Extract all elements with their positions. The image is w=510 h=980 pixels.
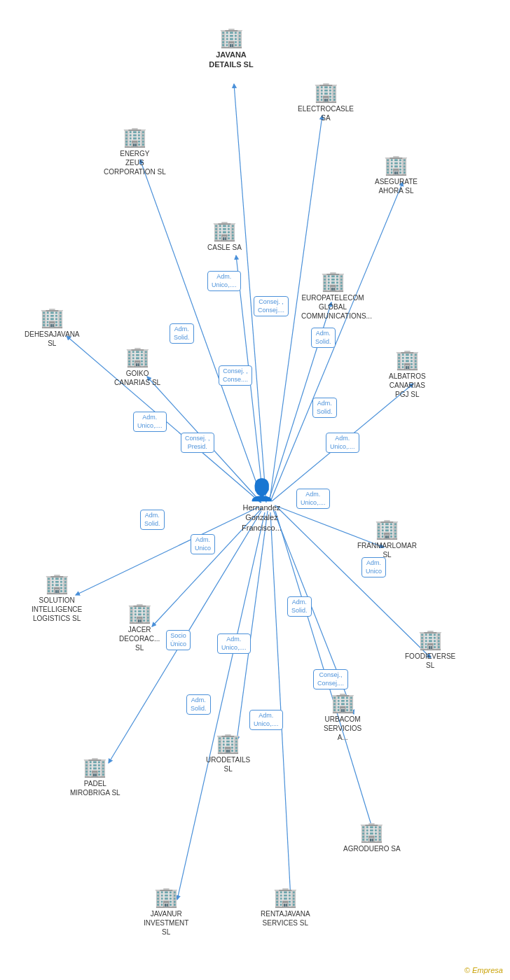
role-adm-solid-mid-right[interactable]: Adm.Solid. [287, 596, 312, 617]
svg-line-0 [234, 84, 266, 503]
building-icon-casle: 🏢 [212, 221, 237, 241]
building-icon-franmarlomar: 🏢 [375, 519, 399, 539]
role-adm-unico-person-bl[interactable]: Adm.Unico [191, 534, 215, 554]
role-consej-urbacom[interactable]: Consej.,Consej.... [313, 669, 348, 690]
role-adm-solid-euro[interactable]: Adm.Solid. [311, 328, 336, 348]
label-foodieverse: FOODIEVERSESL [405, 652, 455, 670]
label-urodetails: URODETAILSSL [206, 755, 250, 774]
node-franmarlomar[interactable]: 🏢 FRANMARLOMARSL [357, 519, 417, 559]
node-javanur[interactable]: 🏢 JAVANURINVESTMENTSL [144, 888, 188, 937]
building-icon-foodieverse: 🏢 [418, 630, 443, 650]
role-socio-unico-jacer[interactable]: SocioÚnico [166, 630, 191, 650]
node-asegurate[interactable]: 🏢 ASEGURATEAHORA SL [375, 155, 418, 195]
node-energy-zeus[interactable]: 🏢 ENERGYZEUSCORPORATION SL [104, 127, 166, 176]
node-electrocasle[interactable]: 🏢 ELECTROCASLE SA [294, 83, 357, 122]
role-adm-unico-goiko[interactable]: Adm.Unico,.... [133, 412, 167, 432]
label-agroduero: AGRODUERO SA [343, 844, 401, 853]
person-icon: 👤 [249, 479, 275, 500]
node-casle[interactable]: 🏢 CASLE SA [207, 221, 242, 252]
role-consej-casle[interactable]: Consej. ,Consej.... [254, 296, 289, 316]
node-solution[interactable]: 🏢 SOLUTIONINTELLIGENCELOGISTICS SL [32, 574, 82, 623]
label-goiko: GOIKOCANARIAS SL [114, 369, 160, 387]
label-electrocasle: ELECTROCASLE SA [294, 104, 357, 122]
building-icon-solution: 🏢 [45, 574, 69, 594]
role-adm-unico-uro-left[interactable]: Adm.Unico,.... [217, 634, 251, 654]
role-adm-solid-left1[interactable]: Adm.Solid. [170, 323, 194, 344]
role-consej-presid[interactable]: Consej. ,Presid. [181, 433, 214, 453]
label-urbacom: URBACOMSERVICIOSA... [324, 715, 361, 742]
node-dehesajavana[interactable]: 🏢 DEHESAJAVANASL [25, 308, 80, 348]
building-icon-dehesajavana: 🏢 [40, 308, 64, 328]
label-asegurate: ASEGURATEAHORA SL [375, 177, 418, 195]
label-padel: PADELMIROBRIGA SL [70, 779, 120, 797]
role-adm-unico-top-right[interactable]: Adm.Unico,.... [296, 489, 330, 509]
label-solution: SOLUTIONINTELLIGENCELOGISTICS SL [32, 596, 82, 623]
role-adm-solid-person-left[interactable]: Adm.Solid. [140, 510, 165, 530]
node-foodieverse[interactable]: 🏢 FOODIEVERSESL [405, 630, 455, 670]
label-europatelecom: EUROPATELECOMGLOBALCOMMUNICATIONS... [301, 293, 364, 321]
label-casle: CASLE SA [207, 243, 242, 252]
building-icon-albatros: 🏢 [395, 350, 420, 370]
building-icon-goiko: 🏢 [125, 347, 150, 367]
building-icon-rentajavana: 🏢 [273, 888, 298, 907]
node-jacer[interactable]: 🏢 JACERDECORAC...SL [119, 603, 160, 652]
role-adm-unico-uro-right[interactable]: Adm.Unico,.... [249, 710, 283, 730]
role-adm-unico-franmar[interactable]: Adm.Unico [361, 557, 386, 578]
svg-line-14 [237, 511, 268, 741]
building-icon-padel: 🏢 [83, 757, 107, 777]
node-goiko[interactable]: 🏢 GOIKOCANARIAS SL [114, 347, 160, 387]
graph-container: 🏢 JAVANA DETAILS SL 🏢 ELECTROCASLE SA 🏢 … [0, 0, 510, 980]
building-icon-javana: 🏢 [219, 28, 244, 48]
building-icon-jacer: 🏢 [127, 603, 152, 623]
building-icon-agroduero: 🏢 [359, 822, 384, 842]
building-icon-europatelecom: 🏢 [321, 272, 345, 291]
node-rentajavana[interactable]: 🏢 RENTAJAVANASERVICES SL [261, 888, 310, 927]
building-icon-javanur: 🏢 [154, 888, 179, 907]
watermark: © Empresa [464, 966, 503, 974]
building-icon-urodetails: 🏢 [216, 734, 240, 753]
node-urbacom[interactable]: 🏢 URBACOMSERVICIOSA... [324, 693, 361, 742]
role-adm-unico-casle[interactable]: Adm.Unico,.... [207, 271, 241, 291]
node-europatelecom[interactable]: 🏢 EUROPATELECOMGLOBALCOMMUNICATIONS... [301, 272, 364, 321]
label-javanur: JAVANURINVESTMENTSL [144, 909, 188, 937]
label-albatros: ALBATROSCANARIASPGJ SL [389, 372, 426, 399]
label-jacer: JACERDECORAC...SL [119, 625, 160, 652]
building-icon-asegurate: 🏢 [384, 155, 408, 175]
building-icon-urbacom: 🏢 [331, 693, 355, 713]
role-adm-solid-uro[interactable]: Adm.Solid. [186, 694, 211, 715]
node-agroduero[interactable]: 🏢 AGRODUERO SA [343, 822, 401, 853]
label-javana: JAVANA DETAILS SL [200, 50, 263, 70]
role-adm-unico-albatros[interactable]: Adm.Unico,.... [326, 433, 359, 453]
role-consej-mid[interactable]: Consej. ,Conse.... [219, 365, 252, 386]
role-adm-solid-right[interactable]: Adm.Solid. [312, 398, 337, 418]
label-person: HernandezGonzalezFrancisco... [242, 503, 282, 533]
building-icon-electrocasle: 🏢 [314, 83, 338, 102]
building-icon-energy-zeus: 🏢 [123, 127, 147, 147]
label-energy-zeus: ENERGYZEUSCORPORATION SL [104, 149, 166, 176]
svg-line-10 [76, 507, 259, 595]
node-urodetails[interactable]: 🏢 URODETAILSSL [206, 734, 250, 774]
node-person[interactable]: 👤 HernandezGonzalezFrancisco... [242, 479, 282, 533]
label-rentajavana: RENTAJAVANASERVICES SL [261, 909, 310, 927]
node-javana[interactable]: 🏢 JAVANA DETAILS SL [200, 28, 263, 70]
svg-line-18 [270, 512, 291, 899]
label-dehesajavana: DEHESAJAVANASL [25, 330, 80, 348]
node-albatros[interactable]: 🏢 ALBATROSCANARIASPGJ SL [389, 350, 426, 399]
node-padel[interactable]: 🏢 PADELMIROBRIGA SL [70, 757, 120, 797]
